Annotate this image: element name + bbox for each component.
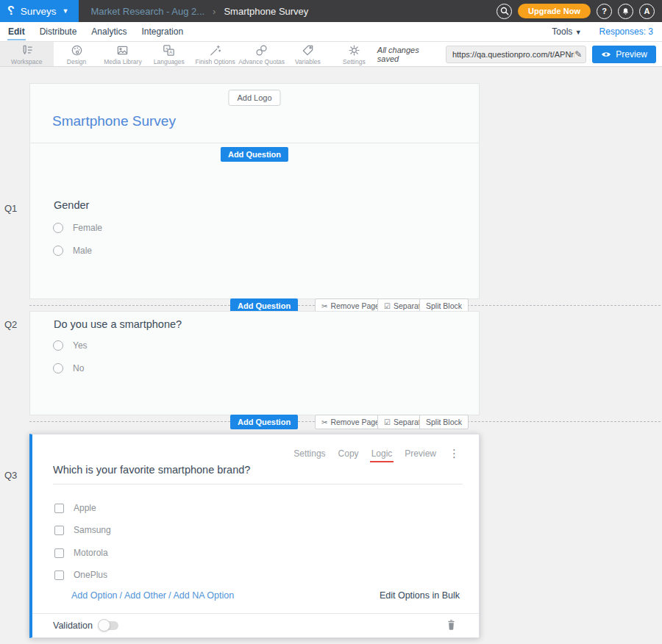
- toolbar-item-design[interactable]: Design: [54, 42, 100, 66]
- survey-header-block: Add Logo Smartphone Survey: [29, 83, 480, 143]
- validation-label: Validation: [53, 620, 93, 631]
- page-break-line: Add Question ✂Remove Page Break ☑Separat…: [29, 305, 661, 306]
- edit-options-in-bulk-link[interactable]: Edit Options in Bulk: [380, 590, 460, 601]
- toolbar-item-media-library[interactable]: Media Library: [99, 42, 146, 66]
- toolbar-item-workspace[interactable]: Workspace: [0, 42, 54, 66]
- toolbar-item-finish-options[interactable]: Finish Options: [192, 42, 238, 66]
- surveys-product-menu[interactable]: ? Surveys ▼: [0, 0, 79, 22]
- eye-icon: [601, 51, 611, 58]
- tab-analytics[interactable]: Analytics: [90, 25, 127, 39]
- autosave-status: All changes saved: [377, 46, 440, 63]
- split-block-label: Split Block: [426, 418, 462, 426]
- remove-page-break-icon: ✂: [321, 418, 327, 426]
- question-tab-settings[interactable]: Settings: [293, 448, 325, 459]
- radio-button[interactable]: [53, 246, 63, 256]
- validation-toggle[interactable]: [99, 621, 118, 630]
- answer-option-row: Samsung: [54, 525, 111, 535]
- radio-button[interactable]: [53, 223, 63, 233]
- toolbar-item-settings[interactable]: Settings: [331, 42, 377, 66]
- question-text[interactable]: Which is your favorite smartphone brand?: [53, 464, 250, 476]
- help-icon[interactable]: ?: [597, 4, 612, 19]
- survey-url-input[interactable]: [452, 50, 574, 59]
- toolbar-item-label: Settings: [343, 58, 366, 65]
- workspace-icon: [20, 43, 34, 57]
- toolbar-right: All changes saved ✎ Preview: [377, 42, 662, 66]
- tools-menu[interactable]: Tools ▼: [552, 26, 581, 37]
- upgrade-now-button[interactable]: Upgrade Now: [518, 4, 591, 18]
- toolbar-item-label: Workspace: [11, 58, 42, 65]
- avatar[interactable]: A: [639, 4, 655, 19]
- separator-checkbox-icon: ☑: [384, 418, 391, 426]
- option-label: Male: [73, 246, 92, 256]
- option-label: Motorola: [74, 548, 108, 558]
- notifications-bell-icon[interactable]: [618, 4, 633, 19]
- question-tab-logic[interactable]: Logic: [371, 448, 393, 459]
- edit-url-pencil-icon[interactable]: ✎: [574, 49, 582, 60]
- search-icon[interactable]: [496, 4, 512, 19]
- question-text[interactable]: Gender: [54, 199, 89, 211]
- question-number-label: Q2: [4, 319, 17, 330]
- languages-icon: ×A: [162, 43, 176, 57]
- question-text-underline: [53, 484, 463, 484]
- radio-button[interactable]: [53, 340, 63, 351]
- link-separator: /: [120, 590, 122, 601]
- answer-option-row: Apple: [54, 503, 96, 513]
- surveys-menu-label: Surveys: [21, 6, 57, 17]
- checkbox[interactable]: [54, 548, 64, 558]
- add-logo-button[interactable]: Add Logo: [228, 90, 280, 106]
- add-other-link[interactable]: Add Other: [124, 590, 166, 601]
- answer-option-row: OnePlus: [54, 570, 107, 580]
- option-label: Female: [73, 223, 102, 233]
- toolbar-item-advance-quotas[interactable]: Advance Quotas: [238, 42, 285, 66]
- checkbox[interactable]: [54, 526, 64, 535]
- question-text[interactable]: Do you use a smartphone?: [54, 318, 182, 330]
- radio-button[interactable]: [53, 363, 63, 373]
- link-separator: /: [168, 590, 171, 601]
- toolbar-item-variables[interactable]: Variables: [285, 42, 331, 66]
- question-tab-preview[interactable]: Preview: [405, 448, 436, 459]
- nav-right: Tools ▼ Responses: 3: [552, 26, 655, 37]
- tab-distribute[interactable]: Distribute: [39, 25, 78, 39]
- tab-integration[interactable]: Integration: [140, 25, 184, 39]
- answer-option-row: Female: [53, 223, 102, 233]
- checkbox[interactable]: [54, 504, 64, 513]
- option-label: OnePlus: [74, 570, 107, 580]
- tab-edit[interactable]: Edit: [7, 25, 26, 39]
- toolbar-item-label: Advance Quotas: [238, 58, 285, 65]
- answer-option-row: Yes: [53, 340, 88, 351]
- kebab-menu-icon[interactable]: ⋮: [449, 448, 460, 459]
- question-tab-copy[interactable]: Copy: [338, 448, 359, 459]
- survey-url-box: ✎: [446, 46, 586, 63]
- checkbox[interactable]: [54, 570, 64, 580]
- media-library-icon: [115, 43, 129, 57]
- validation-control: Validation: [53, 620, 118, 631]
- breadcrumb-separator-icon: ›: [213, 6, 216, 17]
- question-block-q3-selected[interactable]: Settings Copy Logic Preview ⋮ Which is y…: [29, 434, 480, 638]
- add-option-link[interactable]: Add Option: [71, 590, 118, 601]
- question-block-q1[interactable]: Add Question Gender Female Male: [29, 143, 480, 299]
- answer-option-row: Male: [53, 246, 92, 256]
- preview-label: Preview: [616, 49, 647, 60]
- responses-count-link[interactable]: Responses: 3: [599, 26, 653, 37]
- tools-label: Tools: [552, 26, 572, 37]
- split-block-label: Split Block: [426, 301, 462, 310]
- option-label: Yes: [73, 340, 88, 351]
- question-block-q2[interactable]: Do you use a smartphone? Yes No: [29, 311, 480, 415]
- add-question-button[interactable]: Add Question: [221, 147, 288, 162]
- top-navbar: ? Surveys ▼ Market Research - Aug 2... ›…: [0, 0, 662, 22]
- breadcrumb: Market Research - Aug 2... › Smartphone …: [90, 6, 308, 17]
- questionpro-logo-icon: ?: [7, 4, 15, 18]
- survey-title[interactable]: Smartphone Survey: [52, 113, 176, 129]
- topbar-actions: Upgrade Now ? A: [496, 4, 662, 19]
- preview-button[interactable]: Preview: [592, 46, 656, 63]
- design-palette-icon: [70, 43, 84, 57]
- toolbar-item-languages[interactable]: ×A Languages: [146, 42, 192, 66]
- breadcrumb-folder[interactable]: Market Research - Aug 2...: [90, 6, 204, 17]
- chevron-down-icon: ▼: [63, 7, 69, 15]
- breadcrumb-current: Smartphone Survey: [224, 6, 308, 17]
- section-nav: Edit Distribute Analytics Integration To…: [0, 22, 662, 42]
- add-na-option-link[interactable]: Add NA Option: [174, 590, 235, 601]
- delete-question-trash-icon[interactable]: [446, 618, 457, 631]
- add-question-button[interactable]: Add Question: [230, 415, 298, 429]
- split-block-button[interactable]: Split Block: [419, 415, 469, 429]
